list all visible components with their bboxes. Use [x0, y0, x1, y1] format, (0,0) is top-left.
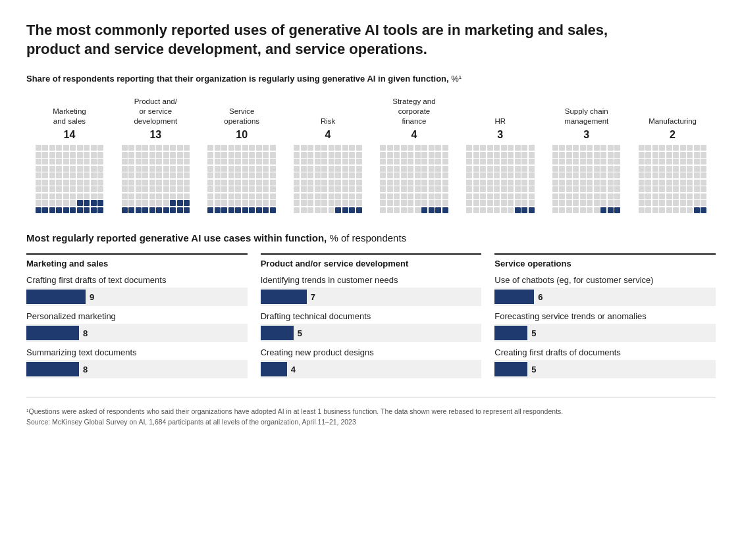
waffle-cell	[63, 207, 69, 213]
waffle-cell	[301, 152, 307, 158]
use-case-column-0: Marketing and salesCrafting first drafts…	[26, 253, 248, 384]
waffle-cell	[156, 200, 162, 206]
waffle-cell	[552, 207, 558, 213]
waffle-cell	[84, 186, 90, 192]
use-case-value: 6	[538, 292, 543, 302]
waffle-cell	[36, 145, 41, 151]
waffle-cell	[235, 180, 241, 186]
waffle-cell	[401, 180, 407, 186]
waffle-cell	[342, 200, 348, 206]
waffle-cell	[242, 180, 248, 186]
waffle-cell	[184, 145, 190, 151]
waffle-cell	[163, 207, 169, 213]
waffle-cell	[552, 145, 558, 151]
waffle-cell	[473, 180, 479, 186]
waffle-cell	[408, 145, 413, 151]
waffle-cell	[659, 180, 665, 186]
waffle-grid	[466, 145, 535, 213]
waffle-cell	[84, 159, 90, 165]
waffle-cell	[307, 145, 313, 151]
waffle-cell	[435, 152, 441, 158]
waffle-cell	[652, 200, 658, 206]
use-case-item: Creating new product designs4	[261, 347, 482, 378]
waffle-cell	[170, 172, 176, 178]
waffle-cell	[659, 200, 665, 206]
waffle-cell	[587, 207, 593, 213]
waffle-cell	[56, 145, 62, 151]
waffle-cell	[207, 159, 213, 165]
waffle-cell	[294, 166, 300, 172]
waffle-cell	[614, 186, 620, 192]
waffle-cell	[149, 172, 155, 178]
waffle-cell	[687, 207, 693, 213]
waffle-cell	[263, 166, 269, 172]
waffle-cell	[515, 180, 521, 186]
waffle-cell	[573, 152, 579, 158]
use-case-value: 4	[291, 365, 296, 374]
waffle-cell	[136, 207, 142, 213]
waffle-cell	[249, 207, 255, 213]
waffle-cell	[177, 166, 183, 172]
waffle-cell	[521, 159, 527, 165]
waffle-cell	[256, 166, 262, 172]
waffle-cell	[508, 207, 514, 213]
waffle-cell	[184, 193, 190, 199]
use-case-item-label: Crafting first drafts of text documents	[26, 275, 248, 285]
waffle-cell	[307, 193, 313, 199]
waffle-cell	[36, 207, 41, 213]
waffle-cell	[480, 152, 486, 158]
waffle-cell	[587, 200, 593, 206]
waffle-cell	[228, 172, 234, 178]
waffle-cell	[356, 193, 362, 199]
waffle-cell	[321, 172, 327, 178]
waffle-cell	[466, 159, 472, 165]
waffle-cell	[335, 207, 341, 213]
waffle-cell	[156, 207, 162, 213]
waffle-cell	[594, 193, 600, 199]
waffle-cell	[242, 200, 248, 206]
waffle-cell	[342, 145, 348, 151]
waffle-cell	[270, 166, 276, 172]
waffle-cell	[515, 186, 521, 192]
waffle-cell	[494, 152, 500, 158]
waffle-col-label: Risk	[321, 116, 335, 126]
waffle-cell	[170, 159, 176, 165]
waffle-cell	[91, 152, 97, 158]
waffle-cell	[263, 145, 269, 151]
waffle-cell	[408, 186, 413, 192]
waffle-cell	[301, 172, 307, 178]
waffle-cell	[242, 172, 248, 178]
waffle-cell	[294, 200, 300, 206]
waffle-cell	[136, 180, 142, 186]
waffle-col-label: HR	[495, 116, 506, 126]
waffle-cell	[415, 145, 421, 151]
use-case-item: Drafting technical documents5	[261, 311, 482, 342]
waffle-cell	[307, 152, 313, 158]
waffle-cell	[63, 180, 69, 186]
waffle-grid	[294, 145, 362, 213]
waffle-cell	[221, 152, 227, 158]
waffle-cell	[184, 200, 190, 206]
waffle-cell	[70, 159, 76, 165]
waffle-cell	[128, 145, 134, 151]
waffle-cell	[77, 172, 83, 178]
waffle-cell	[566, 200, 572, 206]
waffle-cell	[415, 166, 421, 172]
waffle-cell	[349, 207, 355, 213]
waffle-cell	[342, 166, 348, 172]
waffle-cell	[442, 159, 448, 165]
waffle-cell	[614, 172, 620, 178]
waffle-cell	[329, 200, 334, 206]
waffle-cell	[608, 152, 614, 158]
waffle-cell	[215, 186, 221, 192]
waffle-cell	[666, 172, 672, 178]
waffle-cell	[480, 207, 486, 213]
waffle-cell	[221, 172, 227, 178]
waffle-cell	[408, 159, 413, 165]
waffle-cell	[301, 180, 307, 186]
waffle-cell	[594, 207, 600, 213]
waffle-cell	[63, 200, 69, 206]
waffle-cell	[587, 186, 593, 192]
waffle-cell	[301, 159, 307, 165]
waffle-cell	[480, 186, 486, 192]
